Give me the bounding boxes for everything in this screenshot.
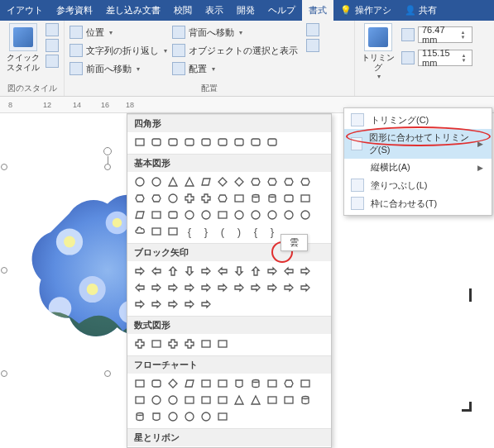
shape-item[interactable] xyxy=(199,174,213,189)
rotate-handle[interactable] xyxy=(103,147,112,155)
shape-item[interactable] xyxy=(298,207,313,222)
shape-item[interactable] xyxy=(165,224,180,239)
shape-item[interactable]: ( xyxy=(215,224,230,239)
menu-aspect-ratio[interactable]: 縦横比(A)▶ xyxy=(344,159,492,176)
shape-item[interactable] xyxy=(232,207,247,222)
shape-item[interactable]: { xyxy=(248,224,263,239)
shape-item[interactable] xyxy=(149,191,164,206)
shape-item[interactable] xyxy=(132,336,147,351)
tab-references[interactable]: 参考資料 xyxy=(50,0,99,21)
position-button[interactable]: 位置▾ xyxy=(70,23,167,41)
shape-item[interactable] xyxy=(132,280,147,295)
shape-item[interactable] xyxy=(149,376,164,391)
shape-item[interactable] xyxy=(199,297,213,312)
shape-item[interactable]: ) xyxy=(232,224,247,239)
shape-item[interactable] xyxy=(232,264,247,279)
shape-item[interactable] xyxy=(149,336,164,351)
rotate-icon[interactable] xyxy=(306,39,319,52)
menu-fill[interactable]: 塗りつぶし(L) xyxy=(344,176,492,194)
shape-item[interactable] xyxy=(132,264,147,279)
shape-item[interactable] xyxy=(265,264,280,279)
shape-item[interactable] xyxy=(199,376,213,391)
shape-item[interactable] xyxy=(265,280,280,295)
shape-item[interactable] xyxy=(132,224,147,239)
tab-view[interactable]: 表示 xyxy=(199,0,230,21)
shape-item[interactable] xyxy=(232,393,247,407)
shape-item[interactable] xyxy=(199,393,213,407)
align-button[interactable]: 配置▾ xyxy=(172,60,298,78)
shape-item[interactable] xyxy=(165,393,180,407)
tab-review[interactable]: 校閲 xyxy=(167,0,199,21)
menu-crop-to-shape[interactable]: 図形に合わせてトリミング(S)▶ xyxy=(344,129,492,159)
shape-item[interactable] xyxy=(132,135,147,150)
handle-ml[interactable] xyxy=(1,267,7,274)
shape-item[interactable]: } xyxy=(265,224,280,239)
shape-item[interactable] xyxy=(281,393,296,407)
shape-item[interactable] xyxy=(215,264,230,279)
handle-bl[interactable] xyxy=(1,370,7,377)
shape-item[interactable] xyxy=(199,280,213,295)
shape-item[interactable] xyxy=(182,409,197,424)
tab-help[interactable]: ヘルプ xyxy=(261,0,302,21)
bring-forward-button[interactable]: 前面へ移動▾ xyxy=(70,60,167,78)
shape-item[interactable] xyxy=(132,297,147,312)
tab-tellme[interactable]: 💡操作アシ xyxy=(333,0,398,21)
shape-item[interactable] xyxy=(199,191,213,206)
shape-item[interactable] xyxy=(281,264,296,279)
shape-item[interactable] xyxy=(265,376,280,391)
tab-developer[interactable]: 開発 xyxy=(230,0,261,21)
shape-item[interactable] xyxy=(215,336,230,351)
shape-item[interactable] xyxy=(149,224,164,239)
shape-item[interactable] xyxy=(298,376,313,391)
selection-pane-button[interactable]: オブジェクトの選択と表示 xyxy=(172,41,298,60)
border-icon[interactable] xyxy=(46,23,59,36)
shape-item[interactable] xyxy=(248,393,263,407)
shape-item[interactable] xyxy=(281,280,296,295)
shape-item[interactable] xyxy=(199,336,213,351)
shape-item[interactable] xyxy=(165,207,180,222)
shape-item[interactable] xyxy=(132,207,147,222)
shape-item[interactable] xyxy=(149,135,164,150)
shape-item[interactable] xyxy=(132,174,147,189)
shape-item[interactable] xyxy=(215,174,230,189)
shape-item[interactable] xyxy=(265,135,280,150)
shape-item[interactable] xyxy=(248,207,263,222)
shape-item[interactable]: } xyxy=(199,224,213,239)
width-input[interactable]: 115.15 mm▲▼ xyxy=(418,50,472,66)
shape-item[interactable] xyxy=(182,297,197,312)
shape-item[interactable]: { xyxy=(182,224,197,239)
shape-item[interactable] xyxy=(232,376,247,391)
shape-item[interactable] xyxy=(265,191,280,206)
menu-crop[interactable]: トリミング(C) xyxy=(344,111,492,129)
shape-item[interactable] xyxy=(199,264,213,279)
shape-item[interactable] xyxy=(281,174,296,189)
document-canvas[interactable]: 四角形 基本図形 {}(){} 雲 ブロック矢印 数式図形 フローチャート 星と… xyxy=(0,113,494,448)
shape-item[interactable] xyxy=(265,393,280,407)
shape-item[interactable] xyxy=(298,191,313,206)
wrap-text-button[interactable]: 文字列の折り返し▾ xyxy=(70,41,167,60)
crop-mark-mr[interactable] xyxy=(462,288,472,302)
menu-fit[interactable]: 枠に合わせる(T) xyxy=(344,194,492,212)
tab-share[interactable]: 👤 共有 xyxy=(398,0,444,21)
shape-item[interactable] xyxy=(215,409,230,424)
shape-item[interactable] xyxy=(165,336,180,351)
crop-button[interactable]: トリミング ▾ xyxy=(360,23,396,81)
shape-item[interactable] xyxy=(182,280,197,295)
shape-item[interactable] xyxy=(265,207,280,222)
effects-icon[interactable] xyxy=(46,39,59,52)
shape-item[interactable] xyxy=(182,336,197,351)
handle-tl[interactable] xyxy=(1,164,7,170)
shape-item[interactable] xyxy=(165,376,180,391)
shape-item[interactable] xyxy=(149,280,164,295)
shape-item[interactable] xyxy=(298,280,313,295)
shape-item[interactable] xyxy=(132,376,147,391)
shape-item[interactable] xyxy=(281,191,296,206)
shape-item[interactable] xyxy=(232,191,247,206)
shape-item[interactable] xyxy=(281,376,296,391)
shape-item[interactable] xyxy=(182,264,197,279)
group-icon[interactable] xyxy=(306,23,319,36)
shape-item[interactable] xyxy=(165,174,180,189)
shape-item[interactable] xyxy=(149,264,164,279)
shape-item[interactable] xyxy=(199,135,213,150)
shape-item[interactable] xyxy=(149,409,164,424)
